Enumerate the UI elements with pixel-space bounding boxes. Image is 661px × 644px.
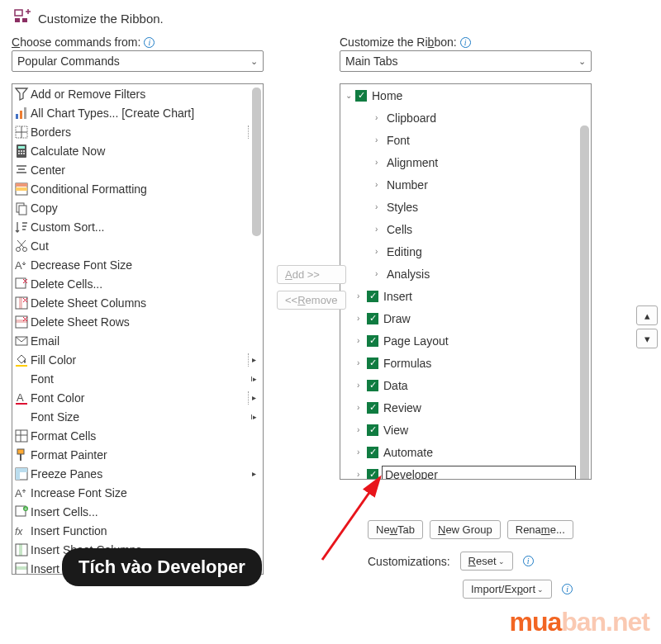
command-item[interactable]: Increase Font Size xyxy=(12,483,263,502)
chevron-right-icon[interactable]: › xyxy=(375,158,385,167)
move-up-button[interactable]: ▴ xyxy=(636,305,658,325)
command-item[interactable]: Format Cells xyxy=(12,426,263,445)
checkbox-icon[interactable]: ✓ xyxy=(367,313,378,324)
tree-tab[interactable]: ›✓Draw xyxy=(340,307,591,329)
command-label: Increase Font Size xyxy=(31,486,127,500)
command-item[interactable]: Font SizeI▸ xyxy=(12,407,263,426)
tree-group[interactable]: ›Styles xyxy=(340,196,591,218)
tree-group[interactable]: ›Clipboard xyxy=(340,107,591,129)
tree-group[interactable]: ›Cells xyxy=(340,218,591,240)
command-item[interactable]: Fill Color▸ xyxy=(12,350,263,369)
chevron-right-icon[interactable]: › xyxy=(357,425,367,434)
new-group-button[interactable]: New Group xyxy=(430,520,501,539)
tabs-treeview[interactable]: ⌄✓Home›Clipboard›Font›Alignment›Number›S… xyxy=(340,83,592,480)
chevron-right-icon[interactable]: › xyxy=(357,336,367,345)
tree-tab[interactable]: ›✓Review xyxy=(340,396,591,419)
chevron-right-icon[interactable]: › xyxy=(375,269,385,278)
chevron-right-icon[interactable]: › xyxy=(375,180,385,189)
command-item[interactable]: Insert Cells... xyxy=(12,502,263,521)
tree-tab-home[interactable]: ⌄✓Home xyxy=(340,84,591,107)
command-label: Insert Cells... xyxy=(31,505,98,519)
info-icon[interactable]: i xyxy=(460,37,471,48)
tree-tab[interactable]: ›✓Data xyxy=(340,374,591,396)
chevron-right-icon[interactable]: › xyxy=(357,403,367,412)
chevron-right-icon[interactable]: › xyxy=(357,314,367,323)
command-item[interactable]: FontI▸ xyxy=(12,369,263,388)
command-item[interactable]: Delete Sheet Rows xyxy=(12,312,263,331)
checkbox-icon[interactable]: ✓ xyxy=(367,424,378,436)
tree-tab[interactable]: ›✓Page Layout xyxy=(340,329,591,352)
tree-tab[interactable]: ›✓Formulas xyxy=(340,352,591,374)
checkbox-icon[interactable]: ✓ xyxy=(355,90,367,102)
chevron-right-icon[interactable]: › xyxy=(357,358,367,367)
checkbox-icon[interactable]: ✓ xyxy=(367,447,378,458)
tree-group[interactable]: ›Alignment xyxy=(340,151,591,173)
checkbox-icon[interactable]: ✓ xyxy=(367,402,378,414)
chevron-right-icon[interactable]: › xyxy=(357,470,367,479)
tree-tab[interactable]: ›✓Automate xyxy=(340,441,591,463)
reset-dropdown[interactable]: Reset⌄ xyxy=(460,552,513,571)
checkbox-icon[interactable]: ✓ xyxy=(367,335,378,347)
chevron-down-icon[interactable]: ⌄ xyxy=(345,91,355,100)
command-item[interactable]: Insert Function xyxy=(12,521,263,540)
command-item[interactable]: Calculate Now xyxy=(12,141,263,160)
chevron-right-icon[interactable]: › xyxy=(375,113,385,122)
checkbox-icon[interactable]: ✓ xyxy=(367,380,378,391)
scrollbar-thumb[interactable] xyxy=(252,88,261,236)
commands-listbox[interactable]: Add or Remove FiltersAll Chart Types... … xyxy=(12,83,264,575)
tree-label: Cells xyxy=(387,223,412,236)
checkbox-icon[interactable]: ✓ xyxy=(367,469,378,481)
expand-icon: ▸ xyxy=(248,391,259,405)
command-item[interactable]: Cut xyxy=(12,236,263,255)
chevron-right-icon[interactable]: › xyxy=(357,291,367,301)
new-tab-button[interactable]: New Tab xyxy=(368,520,423,539)
chevron-right-icon[interactable]: › xyxy=(357,447,367,457)
chevron-right-icon[interactable]: › xyxy=(375,225,385,234)
info-icon[interactable]: i xyxy=(523,556,534,566)
fontdec-icon xyxy=(14,258,29,272)
tree-tab[interactable]: ›✓Developer xyxy=(340,463,591,480)
command-item[interactable]: All Chart Types... [Create Chart] xyxy=(12,103,263,122)
command-item[interactable]: Custom Sort... xyxy=(12,217,263,236)
move-down-button[interactable]: ▾ xyxy=(636,329,658,348)
command-item[interactable]: Decrease Font Size xyxy=(12,255,263,274)
tree-tab[interactable]: ›✓Insert xyxy=(340,285,591,307)
chevron-right-icon[interactable]: › xyxy=(375,202,385,211)
command-item[interactable]: Freeze Panes▸ xyxy=(12,464,263,483)
tree-group[interactable]: ›Analysis xyxy=(340,263,591,285)
inscell-icon xyxy=(14,504,29,519)
checkbox-icon[interactable]: ✓ xyxy=(367,291,378,302)
command-item[interactable]: Delete Sheet Columns xyxy=(12,293,263,312)
expand-icon: I▸ xyxy=(248,413,259,421)
command-item[interactable]: Conditional Formatting▸ xyxy=(12,179,263,198)
customize-ribbon-dropdown[interactable]: Main Tabs ⌄ xyxy=(340,50,592,72)
scrollbar-thumb[interactable] xyxy=(580,125,589,480)
tree-label: Data xyxy=(383,379,408,392)
command-item[interactable]: Delete Cells... xyxy=(12,274,263,293)
info-icon[interactable]: i xyxy=(144,37,155,48)
tree-group[interactable]: ›Number xyxy=(340,173,591,196)
command-item[interactable]: Borders▸ xyxy=(12,122,263,141)
choose-commands-dropdown[interactable]: Popular Commands ⌄ xyxy=(12,50,264,72)
command-item[interactable]: Center xyxy=(12,160,263,179)
chevron-right-icon[interactable]: › xyxy=(357,381,367,390)
command-item[interactable]: Font Color▸ xyxy=(12,388,263,407)
command-item[interactable]: Add or Remove Filters xyxy=(12,84,263,103)
checkbox-icon[interactable]: ✓ xyxy=(367,358,378,369)
chevron-right-icon[interactable]: › xyxy=(375,135,385,144)
info-icon[interactable]: i xyxy=(562,584,573,594)
command-item[interactable]: Format Painter xyxy=(12,445,263,464)
tree-group[interactable]: ›Editing xyxy=(340,240,591,263)
command-label: All Chart Types... [Create Chart] xyxy=(31,107,194,120)
command-item[interactable]: Copy xyxy=(12,198,263,217)
blank-icon xyxy=(14,372,29,386)
tree-tab[interactable]: ›✓View xyxy=(340,419,591,441)
command-item[interactable]: Email xyxy=(12,331,263,350)
add-button[interactable]: Add >> xyxy=(277,265,346,284)
remove-button[interactable]: << Remove xyxy=(277,291,346,310)
rename-button[interactable]: Rename... xyxy=(507,520,573,539)
chevron-right-icon[interactable]: › xyxy=(375,247,385,256)
tree-group[interactable]: ›Font xyxy=(340,129,591,151)
tree-label: Page Layout xyxy=(383,334,449,348)
import-export-dropdown[interactable]: Import/Export⌄ xyxy=(463,580,552,599)
